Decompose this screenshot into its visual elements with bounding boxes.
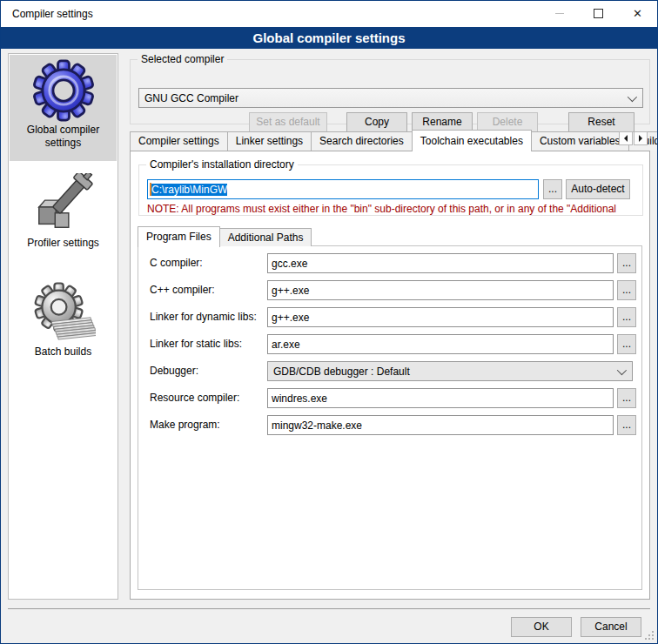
- tab-additional-paths[interactable]: Additional Paths: [219, 228, 312, 246]
- tab-toolchain-executables[interactable]: Toolchain executables: [412, 130, 532, 151]
- sidebar-item-label: Global compiler settings: [10, 123, 117, 153]
- field-label: Resource compiler:: [150, 392, 239, 404]
- field-label: C compiler:: [150, 257, 203, 269]
- sidebar-item-label: Profiler settings: [10, 236, 117, 253]
- debugger-select[interactable]: GDB/CDB debugger : Default: [267, 361, 633, 381]
- field-label: Linker for static libs:: [150, 338, 242, 350]
- toolchain-executables-page: Compiler's installation directory C:\ray…: [130, 151, 650, 600]
- resource-compiler-input[interactable]: [267, 388, 614, 408]
- form-row-make-program: Make program: ...: [138, 415, 641, 435]
- installation-directory-value: C:\raylib\MinGW: [151, 184, 227, 196]
- cancel-button[interactable]: Cancel: [581, 617, 641, 637]
- form-row-linker-dynamic: Linker for dynamic libs: ...: [138, 307, 641, 327]
- compiler-settings-dialog: Compiler settings ✕ Global compiler sett…: [0, 0, 658, 644]
- cpp-compiler-input[interactable]: [267, 280, 614, 300]
- linker-static-browse-button[interactable]: ...: [617, 334, 636, 354]
- installation-directory-input[interactable]: C:\raylib\MinGW: [147, 179, 539, 199]
- chevron-down-icon: [628, 92, 637, 102]
- tab-scroll-right-icon: [639, 135, 642, 142]
- batch-builds-icon: [31, 282, 96, 345]
- linker-static-input[interactable]: [267, 334, 614, 354]
- gear-icon: [31, 58, 96, 123]
- ok-button[interactable]: OK: [511, 617, 572, 637]
- window-title: Compiler settings: [12, 8, 93, 20]
- form-row-cpp-compiler: C++ compiler: ...: [138, 280, 641, 300]
- field-label: Make program:: [150, 419, 220, 431]
- selected-compiler-group: Selected compiler GNU GCC Compiler Set a…: [130, 53, 650, 124]
- resize-grip[interactable]: [643, 629, 654, 640]
- c-compiler-input[interactable]: [267, 253, 614, 273]
- footer-divider: [8, 608, 650, 609]
- page-title: Global compiler settings: [1, 27, 657, 49]
- debugger-select-value: GDB/CDB debugger : Default: [273, 366, 410, 378]
- field-label: Debugger:: [150, 365, 198, 377]
- form-row-linker-static: Linker for static libs: ...: [138, 334, 641, 354]
- titlebar: Compiler settings ✕: [1, 1, 657, 27]
- settings-tabstrip: Compiler settings Linker settings Search…: [130, 129, 658, 151]
- installation-directory-browse-button[interactable]: ...: [543, 179, 562, 199]
- sidebar-item-batch-builds[interactable]: Batch builds: [10, 278, 117, 370]
- sidebar-item-label: Batch builds: [10, 345, 117, 362]
- installation-directory-group-label: Compiler's installation directory: [146, 158, 298, 171]
- maximize-button[interactable]: [579, 1, 618, 26]
- make-program-input[interactable]: [267, 415, 614, 435]
- c-compiler-browse-button[interactable]: ...: [617, 253, 636, 273]
- program-files-page: C compiler: ... C++ compiler: ... Linker…: [138, 245, 642, 590]
- make-program-browse-button[interactable]: ...: [617, 415, 636, 435]
- cpp-compiler-browse-button[interactable]: ...: [617, 280, 636, 300]
- tab-scroll-right-button[interactable]: [634, 131, 648, 145]
- settings-sidebar: Global compiler settings Profiler settin…: [8, 53, 118, 600]
- form-row-resource-compiler: Resource compiler: ...: [138, 388, 641, 408]
- program-files-tabstrip: Program Files Additional Paths: [138, 225, 311, 246]
- selected-compiler-group-label: Selected compiler: [138, 53, 227, 65]
- maximize-icon: [594, 9, 603, 18]
- tab-search-directories[interactable]: Search directories: [311, 131, 413, 151]
- tab-scroll-left-icon: [624, 135, 628, 142]
- resource-compiler-browse-button[interactable]: ...: [617, 388, 636, 408]
- sidebar-item-global-compiler-settings[interactable]: Global compiler settings: [10, 55, 117, 161]
- tab-program-files[interactable]: Program Files: [138, 226, 220, 247]
- tab-linker-settings[interactable]: Linker settings: [227, 131, 312, 151]
- linker-dynamic-browse-button[interactable]: ...: [617, 307, 636, 327]
- form-row-c-compiler: C compiler: ...: [138, 253, 641, 273]
- tab-custom-variables[interactable]: Custom variables: [531, 131, 629, 151]
- minimize-icon: [555, 13, 564, 14]
- tab-scroll-buttons: [619, 131, 648, 145]
- linker-dynamic-input[interactable]: [267, 307, 614, 327]
- field-label: Linker for dynamic libs:: [150, 311, 257, 323]
- installation-directory-note: NOTE: All programs must exist either in …: [147, 203, 641, 215]
- minimize-button[interactable]: [540, 1, 579, 26]
- form-row-debugger: Debugger: GDB/CDB debugger : Default: [138, 361, 641, 381]
- tab-compiler-settings[interactable]: Compiler settings: [130, 131, 228, 151]
- auto-detect-button[interactable]: Auto-detect: [566, 179, 630, 199]
- compiler-select[interactable]: GNU GCC Compiler: [138, 88, 643, 108]
- chevron-down-icon: [617, 366, 627, 375]
- tab-scroll-left-button[interactable]: [619, 131, 633, 145]
- caliper-icon: [31, 173, 96, 236]
- close-icon: ✕: [633, 8, 642, 19]
- sidebar-item-profiler-settings[interactable]: Profiler settings: [10, 170, 117, 257]
- close-button[interactable]: ✕: [618, 1, 657, 26]
- compiler-select-value: GNU GCC Compiler: [144, 92, 238, 104]
- field-label: C++ compiler:: [150, 284, 215, 296]
